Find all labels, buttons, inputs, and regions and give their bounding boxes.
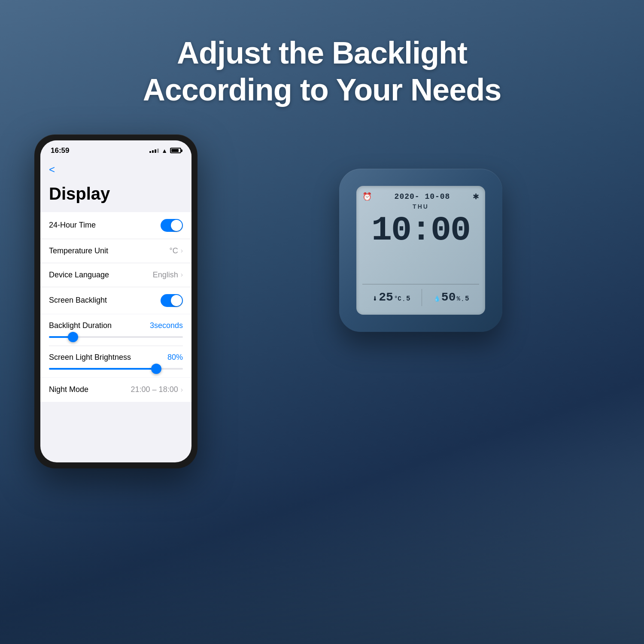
- header-title: Adjust the Backlight According to Your N…: [0, 34, 644, 109]
- temperature-reading: 🌡 25 °C . 5: [372, 292, 410, 304]
- backlight-duration-header: Backlight Duration 3seconds: [40, 314, 191, 334]
- phone-inner: 16:59 ▲: [40, 140, 191, 462]
- toggle-knob-24hour: [171, 220, 182, 231]
- wifi-icon: ▲: [161, 147, 167, 154]
- phone-container: 16:59 ▲: [34, 134, 197, 468]
- setting-row-24hour[interactable]: 24-Hour Time: [40, 212, 191, 239]
- setting-row-night-mode[interactable]: Night Mode 21:00 – 18:00 ›: [40, 378, 191, 402]
- clock-container: ⏰ 2020- 10-08 ✱ THU 10:00 🌡 25 °C . 5: [232, 134, 610, 332]
- droplet-icon: 💧: [434, 295, 440, 302]
- chevron-icon-temp: ›: [181, 247, 183, 255]
- backlight-duration-thumb[interactable]: [68, 332, 78, 342]
- humidity-decimal-val: 5: [465, 295, 469, 303]
- settings-section-main: 24-Hour Time Temperature Unit °C ›: [40, 212, 191, 314]
- setting-value-night-mode: 21:00 – 18:00 ›: [131, 385, 183, 394]
- setting-value-device-lang: English ›: [153, 270, 183, 279]
- humidity-reading: 💧 50 % . 5: [434, 292, 469, 304]
- screen-brightness-thumb[interactable]: [151, 364, 161, 374]
- setting-row-screen-backlight[interactable]: Screen Backlight: [40, 287, 191, 314]
- setting-label-device-lang: Device Language: [49, 270, 109, 279]
- clock-time: 10:00: [362, 213, 479, 248]
- screen-brightness-track[interactable]: [49, 368, 183, 370]
- toggle-24hour[interactable]: [161, 219, 183, 232]
- clock-top-bar: ⏰ 2020- 10-08 ✱: [362, 192, 479, 201]
- status-icons: ▲: [149, 147, 181, 154]
- status-bar: 16:59 ▲: [40, 140, 191, 158]
- backlight-duration-value: 3seconds: [150, 321, 183, 330]
- setting-row-device-lang[interactable]: Device Language English ›: [40, 263, 191, 287]
- humidity-decimal: .: [461, 297, 464, 304]
- temp-decimal: .: [402, 297, 405, 304]
- clock-screen: ⏰ 2020- 10-08 ✱ THU 10:00 🌡 25 °C . 5: [356, 186, 485, 315]
- screen-brightness-value: 80%: [167, 353, 183, 362]
- bluetooth-icon: ✱: [473, 192, 479, 201]
- chevron-icon-night: ›: [181, 386, 183, 394]
- setting-label-screen-backlight: Screen Backlight: [49, 296, 107, 305]
- temp-unit: °C: [394, 295, 401, 302]
- clock-day: THU: [362, 203, 479, 210]
- app-content: < Display 24-Hour Time: [40, 158, 191, 402]
- screen-brightness-slider-container[interactable]: [40, 365, 191, 377]
- phone-outer: 16:59 ▲: [34, 134, 197, 468]
- backlight-duration-slider-container[interactable]: [40, 334, 191, 346]
- toggle-knob-backlight: [171, 295, 182, 306]
- humidity-unit: %: [456, 295, 460, 302]
- setting-value-temp-unit: °C ›: [169, 246, 183, 255]
- clock-device: ⏰ 2020- 10-08 ✱ THU 10:00 🌡 25 °C . 5: [339, 169, 502, 332]
- page-title: Display: [40, 182, 191, 212]
- clock-date: 2020- 10-08: [395, 192, 450, 201]
- toggle-screen-backlight[interactable]: [161, 294, 183, 307]
- temp-decimal-val: 5: [406, 295, 410, 303]
- humidity-value: 50: [441, 292, 456, 304]
- setting-label-night-mode: Night Mode: [49, 385, 88, 394]
- temp-value: 25: [379, 292, 393, 304]
- setting-label-24hour: 24-Hour Time: [49, 221, 96, 230]
- thermometer-icon: 🌡: [372, 296, 378, 302]
- nav-bar: <: [40, 161, 191, 182]
- night-mode-section: Night Mode 21:00 – 18:00 ›: [40, 378, 191, 402]
- screen-brightness-fill: [49, 368, 156, 370]
- battery-icon: [170, 148, 181, 153]
- setting-label-temp-unit: Temperature Unit: [49, 246, 108, 255]
- screen-brightness-label: Screen Light Brightness: [49, 353, 131, 362]
- alarm-icon: ⏰: [362, 192, 372, 201]
- main-content: 16:59 ▲: [0, 134, 644, 468]
- backlight-duration-track[interactable]: [49, 336, 183, 338]
- screen-brightness-header: Screen Light Brightness 80%: [40, 346, 191, 365]
- backlight-duration-label: Backlight Duration: [49, 321, 112, 330]
- status-time: 16:59: [51, 146, 69, 155]
- sensor-divider: [422, 289, 422, 306]
- clock-bottom-bar: 🌡 25 °C . 5 💧 50 % . 5: [362, 284, 479, 309]
- chevron-icon-lang: ›: [181, 271, 183, 279]
- header-section: Adjust the Backlight According to Your N…: [0, 0, 644, 134]
- signal-icon: [149, 149, 159, 153]
- backlight-duration-section: Backlight Duration 3seconds: [40, 314, 191, 377]
- back-button[interactable]: <: [49, 164, 55, 175]
- setting-row-temp-unit[interactable]: Temperature Unit °C ›: [40, 239, 191, 263]
